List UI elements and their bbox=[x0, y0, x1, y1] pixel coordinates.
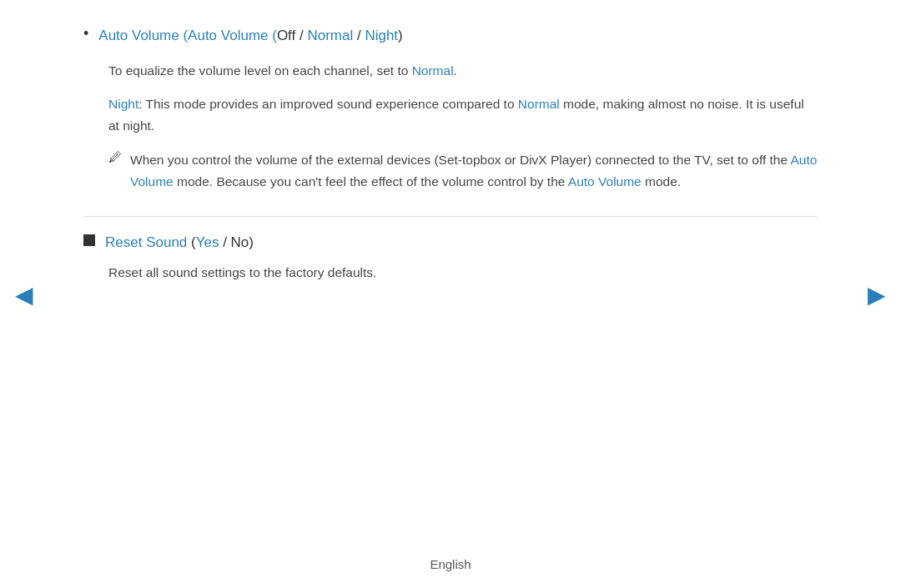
nav-arrow-right[interactable]: ▶ bbox=[868, 280, 886, 308]
content-area: • Auto Volume (Auto Volume (Off / Normal… bbox=[0, 0, 901, 540]
reset-sound-heading-row: Reset Sound (Yes / No) bbox=[83, 232, 818, 254]
auto-volume-heading-row: • Auto Volume (Auto Volume (Off / Normal… bbox=[83, 25, 818, 47]
auto-volume-desc1: To equalize the volume level on each cha… bbox=[108, 63, 457, 78]
auto-volume-desc2: Night: This mode provides an improved so… bbox=[108, 97, 804, 133]
nav-arrow-left[interactable]: ◀ bbox=[15, 280, 33, 308]
auto-volume-section: • Auto Volume (Auto Volume (Off / Normal… bbox=[83, 25, 818, 193]
footer: English bbox=[0, 540, 901, 588]
auto-volume-title: Auto Volume ( bbox=[98, 28, 188, 43]
black-square-icon bbox=[83, 234, 95, 246]
auto-volume-title-prefix: Auto Volume ( bbox=[188, 28, 277, 43]
auto-volume-desc1-block: To equalize the volume level on each cha… bbox=[108, 60, 818, 82]
normal-link-desc1: Normal bbox=[412, 63, 454, 78]
note-icon: 🖉 bbox=[108, 150, 122, 165]
bullet-dot: • bbox=[83, 25, 88, 43]
auto-volume-heading: Auto Volume (Auto Volume (Off / Normal /… bbox=[98, 25, 402, 47]
language-label: English bbox=[430, 557, 471, 571]
auto-volume-link1: Auto Volume bbox=[130, 153, 817, 188]
no-option: No bbox=[231, 234, 249, 250]
reset-sound-section: Reset Sound (Yes / No) Reset all sound s… bbox=[83, 216, 818, 284]
night-option: Night bbox=[365, 28, 398, 43]
note-text: When you control the volume of the exter… bbox=[130, 149, 818, 193]
normal-option: Normal bbox=[307, 28, 353, 43]
yes-option: Yes bbox=[196, 234, 219, 250]
reset-sound-heading: Reset Sound (Yes / No) bbox=[105, 232, 254, 254]
reset-sound-description: Reset all sound settings to the factory … bbox=[108, 262, 818, 284]
normal-link-desc2: Normal bbox=[518, 97, 560, 111]
auto-volume-link2: Auto Volume bbox=[568, 174, 642, 188]
note-block: 🖉 When you control the volume of the ext… bbox=[108, 149, 818, 193]
page-container: ◀ ▶ • Auto Volume (Auto Volume (Off / No… bbox=[0, 0, 901, 588]
auto-volume-desc2-block: Night: This mode provides an improved so… bbox=[108, 93, 818, 138]
reset-sound-title: Reset Sound bbox=[105, 234, 187, 250]
night-link-desc2: Night bbox=[108, 97, 138, 111]
